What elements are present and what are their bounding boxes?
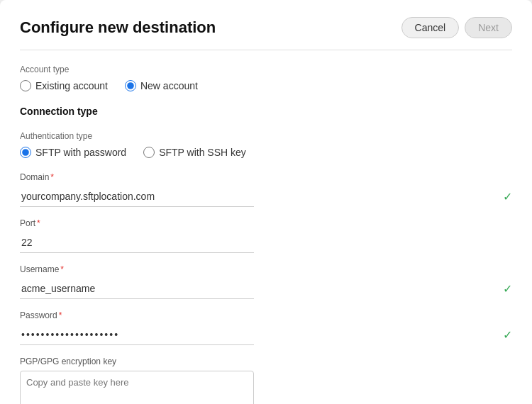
port-required-star: * [37,218,40,228]
connection-type-label: Connection type [20,106,512,117]
sftp-password-option[interactable]: SFTP with password [20,147,126,158]
sftp-password-radio[interactable] [20,147,31,158]
domain-field: Domain * ✓ [20,172,512,207]
account-type-field: Account type Existing account New accoun… [20,64,512,91]
new-account-label: New account [140,80,198,91]
password-input[interactable] [20,325,254,345]
pgp-key-field: PGP/GPG encryption key [20,357,512,404]
sftp-password-label: SFTP with password [35,147,126,158]
port-field: Port * [20,218,512,253]
existing-account-radio[interactable] [20,80,31,91]
header-divider [20,50,512,50]
password-field: Password * ✓ [20,310,512,345]
account-type-radio-group: Existing account New account [20,80,512,91]
auth-type-radio-group: SFTP with password SFTP with SSH key [20,147,512,158]
port-input-wrapper [20,232,512,253]
port-input[interactable] [20,232,254,253]
configure-destination-modal: Configure new destination Cancel Next Ac… [0,0,532,404]
sftp-ssh-label: SFTP with SSH key [159,147,246,158]
password-check-icon: ✓ [503,328,512,342]
username-required-star: * [60,264,64,274]
password-label: Password * [20,310,512,320]
username-input-wrapper: ✓ [20,279,512,299]
existing-account-option[interactable]: Existing account [20,80,108,91]
domain-input[interactable] [20,186,254,207]
new-account-radio[interactable] [125,80,136,91]
domain-required-star: * [50,172,54,182]
domain-label: Domain * [20,172,512,182]
existing-account-label: Existing account [35,80,108,91]
auth-type-label: Authentication type [20,131,512,141]
next-button[interactable]: Next [465,17,512,38]
account-type-label: Account type [20,64,512,74]
new-account-option[interactable]: New account [125,80,198,91]
auth-type-field: Authentication type SFTP with password S… [20,131,512,158]
port-label: Port * [20,218,512,228]
pgp-key-label: PGP/GPG encryption key [20,357,512,366]
domain-input-wrapper: ✓ [20,186,512,207]
username-label: Username * [20,264,512,274]
pgp-key-textarea[interactable] [20,371,254,404]
cancel-button[interactable]: Cancel [401,17,460,38]
password-input-wrapper: ✓ [20,325,512,345]
modal-title: Configure new destination [20,18,216,37]
modal-header: Configure new destination Cancel Next [20,17,512,38]
header-buttons: Cancel Next [401,17,512,38]
username-check-icon: ✓ [503,282,512,296]
domain-check-icon: ✓ [503,190,512,203]
username-input[interactable] [20,279,254,299]
password-required-star: * [59,310,62,320]
sftp-ssh-radio[interactable] [143,147,155,158]
username-field: Username * ✓ [20,264,512,299]
sftp-ssh-option[interactable]: SFTP with SSH key [143,147,246,158]
